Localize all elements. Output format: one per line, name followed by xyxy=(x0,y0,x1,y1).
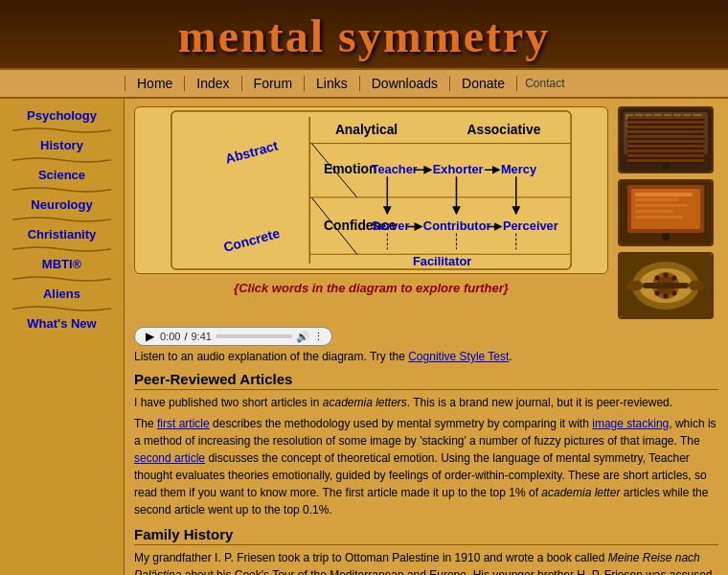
svg-rect-50 xyxy=(639,129,647,135)
svg-rect-51 xyxy=(648,129,656,135)
sidebar-item-science[interactable]: Science xyxy=(0,166,124,184)
svg-rect-36 xyxy=(654,114,662,120)
audio-progress-bar[interactable] xyxy=(216,334,292,338)
sidebar-item-christianity[interactable]: Christianity xyxy=(0,225,124,243)
svg-point-75 xyxy=(664,273,669,278)
svg-rect-64 xyxy=(635,193,693,196)
svg-rect-38 xyxy=(673,114,681,120)
sidebar-divider xyxy=(12,186,111,194)
sidebar-item-mbti[interactable]: MBTI® xyxy=(0,255,124,273)
svg-rect-56 xyxy=(626,137,639,143)
main-layout: Psychology History Science Neurology Chr… xyxy=(0,99,728,575)
svg-point-76 xyxy=(672,276,677,281)
audio-player[interactable]: ▶ 0:00 / 9:41 🔊 ⋮ xyxy=(134,327,332,346)
content-area: Abstract Concrete Analytical Associative… xyxy=(125,99,728,575)
diagram-container: Abstract Concrete Analytical Associative… xyxy=(134,106,608,299)
svg-rect-37 xyxy=(664,114,671,120)
svg-text:Mercy: Mercy xyxy=(501,162,537,176)
sidebar-divider xyxy=(12,126,111,134)
nav-home[interactable]: Home xyxy=(125,76,185,91)
sidebar-divider xyxy=(12,245,111,253)
svg-point-69 xyxy=(662,233,670,241)
svg-rect-47 xyxy=(685,122,693,127)
svg-text:Perceiver: Perceiver xyxy=(503,219,558,234)
sidebar-item-psychology[interactable]: Psychology xyxy=(0,106,124,125)
peer-reviewed-section: Peer-Reviewed Articles I have published … xyxy=(134,371,718,518)
svg-rect-40 xyxy=(693,114,702,120)
svg-rect-54 xyxy=(677,129,685,135)
svg-text:Facilitator: Facilitator xyxy=(413,254,471,268)
svg-rect-60 xyxy=(663,160,669,170)
keyboard-image xyxy=(618,106,714,173)
svg-rect-46 xyxy=(675,122,683,127)
first-article-link[interactable]: first article xyxy=(157,417,210,430)
svg-rect-32 xyxy=(624,112,708,154)
image-stacking-link[interactable]: image stacking xyxy=(592,417,669,430)
nav-downloads[interactable]: Downloads xyxy=(360,76,450,91)
nav-index[interactable]: Index xyxy=(185,76,241,91)
svg-rect-34 xyxy=(635,114,643,120)
sidebar: Psychology History Science Neurology Chr… xyxy=(0,99,125,575)
svg-rect-55 xyxy=(687,129,702,135)
sidebar-item-whatsnew[interactable]: What's New xyxy=(0,314,124,333)
nav-donate[interactable]: Donate xyxy=(450,76,517,91)
family-history-section: Family History My grandfather I. P. Frie… xyxy=(134,526,718,575)
svg-point-80 xyxy=(655,291,660,296)
family-history-p1: My grandfather I. P. Friesen took a trip… xyxy=(134,549,718,575)
diagram-area: Abstract Concrete Analytical Associative… xyxy=(134,106,718,319)
second-article-link[interactable]: second article xyxy=(134,451,205,465)
audio-time-separator: / xyxy=(184,331,187,342)
nav-links[interactable]: Links xyxy=(305,76,360,91)
svg-text:Emotion: Emotion xyxy=(324,161,376,176)
svg-rect-67 xyxy=(635,210,673,213)
svg-text:Teacher: Teacher xyxy=(372,162,418,176)
listen-text: Listen to an audio explanation of the di… xyxy=(134,350,718,363)
svg-rect-52 xyxy=(658,129,666,135)
svg-rect-65 xyxy=(635,198,678,201)
svg-rect-84 xyxy=(689,281,704,290)
svg-rect-85 xyxy=(643,283,689,288)
svg-rect-48 xyxy=(694,122,702,127)
nav-contact[interactable]: Contact xyxy=(525,77,564,90)
click-words-text: {Click words in the diagram to explore f… xyxy=(134,281,608,295)
svg-rect-43 xyxy=(647,122,654,127)
sidebar-item-aliens[interactable]: Aliens xyxy=(0,285,124,303)
svg-rect-39 xyxy=(683,114,691,120)
peer-reviewed-p2: The first article describes the methodol… xyxy=(134,415,718,518)
sidebar-item-history[interactable]: History xyxy=(0,136,124,154)
audio-menu-icon[interactable]: ⋮ xyxy=(313,331,324,343)
svg-rect-45 xyxy=(666,122,673,127)
cognitive-test-link[interactable]: Cognitive Style Test xyxy=(408,350,509,363)
svg-rect-59 xyxy=(658,154,673,160)
family-history-title: Family History xyxy=(134,526,718,545)
svg-rect-31 xyxy=(620,108,712,172)
cognitive-diagram: Abstract Concrete Analytical Associative… xyxy=(134,106,608,274)
sidebar-item-neurology[interactable]: Neurology xyxy=(0,196,124,214)
site-header: mental symmetry xyxy=(0,0,728,68)
svg-rect-33 xyxy=(626,114,633,120)
svg-point-82 xyxy=(655,276,660,281)
svg-point-79 xyxy=(664,294,669,299)
nav-forum[interactable]: Forum xyxy=(242,76,305,91)
peer-reviewed-title: Peer-Reviewed Articles xyxy=(134,371,718,390)
svg-rect-41 xyxy=(626,122,635,127)
svg-text:Associative: Associative xyxy=(466,122,540,137)
svg-rect-68 xyxy=(635,216,683,218)
play-button[interactable]: ▶ xyxy=(143,330,156,343)
audio-time-current: 0:00 xyxy=(160,331,180,342)
phone-image xyxy=(618,252,714,319)
svg-rect-49 xyxy=(626,129,637,135)
peer-reviewed-p1: I have published two short articles in a… xyxy=(134,394,718,411)
svg-text:Contributor: Contributor xyxy=(423,219,491,234)
sidebar-divider xyxy=(12,305,111,312)
sidebar-divider xyxy=(12,156,111,164)
svg-rect-83 xyxy=(627,281,643,290)
sidebar-divider xyxy=(12,275,111,283)
audio-section: ▶ 0:00 / 9:41 🔊 ⋮ xyxy=(134,327,718,346)
svg-rect-42 xyxy=(637,122,645,127)
right-images xyxy=(618,106,718,319)
audio-time-total: 9:41 xyxy=(191,331,211,342)
volume-icon[interactable]: 🔊 xyxy=(296,331,309,343)
svg-rect-35 xyxy=(645,114,652,120)
svg-text:Exhorter: Exhorter xyxy=(433,162,484,176)
